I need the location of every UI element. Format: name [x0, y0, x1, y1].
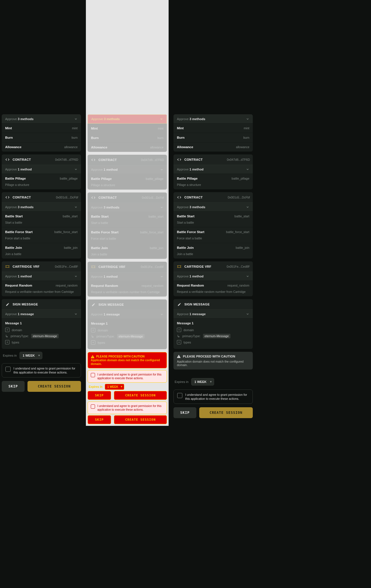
approve-toggle[interactable]: Approve 1 method [173, 272, 253, 281]
primary-type-tag: eternum-Message [117, 334, 145, 339]
approve-toggle[interactable]: Approve 1 message [173, 309, 253, 318]
pen-icon [176, 301, 182, 307]
chevron-down-icon [160, 206, 163, 209]
message-types-row[interactable]: + types [91, 340, 163, 345]
message-domain-row[interactable]: + domain [5, 328, 78, 332]
contract-card: CARTRIDGE VRF 0x051Fe...Ced8F Approve 1 … [2, 261, 81, 296]
chevron-down-icon [74, 168, 78, 171]
method-row: Battle Force Start battle_force_start Fo… [173, 227, 253, 243]
card-title: SIGN MESSAGE [13, 303, 38, 306]
contract-address: 0x001cE...DcFbf [142, 196, 164, 199]
method-selector: battle_join [236, 246, 249, 249]
contract-address: 0x051Fe...Ced8F [227, 265, 250, 268]
method-selector: battle_start [149, 215, 163, 218]
contract-icon [176, 194, 182, 200]
agree-panel[interactable]: I understand and agree to grant permissi… [2, 363, 81, 378]
warning-icon [177, 355, 181, 358]
approve-toggle[interactable]: Approve 1 message [2, 309, 81, 318]
agree-checkbox[interactable] [91, 404, 95, 409]
method-desc: Pillage a structure [177, 183, 249, 186]
create-session-button[interactable]: CREATE SESSION [114, 391, 167, 400]
card-header: CARTRIDGE VRF 0x051Fe...Ced8F [88, 262, 167, 272]
expires-select[interactable]: 1 WEEK [105, 384, 124, 390]
contract-card: CONTRACT 0x047d8...d7F6D Approve 1 metho… [2, 154, 81, 189]
agree-checkbox[interactable] [177, 393, 182, 398]
card-title: CONTRACT [98, 196, 117, 199]
method-desc: Request a verifiable random number from … [177, 290, 249, 293]
method-desc: Request a verifiable random number from … [5, 290, 78, 293]
method-row: Mint mint [88, 124, 167, 133]
warning-panel: PLEASE PROCEED WITH CAUTION Application … [173, 352, 253, 370]
approve-toggle[interactable]: Approve 1 message [88, 310, 167, 319]
card-header: SIGN MESSAGE [88, 299, 167, 310]
diff-agree-panel[interactable]: I understand and agree to grant permissi… [88, 370, 167, 383]
create-session-button[interactable]: CREATE SESSION [199, 407, 253, 418]
approve-toggle[interactable]: Approve 1 method [2, 272, 81, 281]
method-selector: battle_join [64, 246, 78, 249]
method-selector: battle_pillage [146, 177, 163, 180]
method-selector: request_random [228, 284, 249, 287]
approve-toggle[interactable]: Approve 3 methods [2, 114, 81, 123]
pen-icon [5, 301, 10, 307]
message-body: Message 1 + domain ↳ primaryType: eternu… [173, 318, 253, 349]
arrow-icon: ↳ [177, 334, 180, 338]
contract-icon [90, 195, 96, 200]
expires-select[interactable]: 1 WEEK [19, 352, 42, 359]
approve-toggle[interactable]: Approve 3 methods [88, 203, 167, 212]
method-desc: Force start a battle [177, 237, 249, 240]
expand-icon: + [91, 340, 95, 345]
skip-button[interactable]: SKIP [88, 391, 111, 400]
method-row: Battle Pillage battle_pillage Pillage a … [173, 174, 253, 189]
skip-button[interactable]: SKIP [2, 381, 25, 392]
card-header: CONTRACT 0x047d8...d7F6D [173, 154, 253, 165]
skip-button[interactable]: SKIP [173, 407, 196, 418]
chevron-down-icon [246, 205, 249, 209]
card-title: CONTRACT [13, 158, 31, 161]
method-selector: battle_force_start [140, 231, 163, 234]
method-name: Battle Force Start [177, 230, 204, 234]
method-selector: battle_start [63, 214, 78, 218]
message-types-row[interactable]: + types [5, 340, 78, 344]
approve-toggle[interactable]: Approve 3 methods [173, 114, 253, 123]
contract-card: Approve 3 methods Mint mint Burn burn Al… [88, 114, 167, 152]
card-title: CONTRACT [184, 158, 203, 161]
agree-checkbox[interactable] [5, 367, 11, 372]
approve-toggle[interactable]: Approve 1 method [88, 165, 167, 174]
method-row: Allowance allowance [2, 142, 81, 152]
approve-toggle[interactable]: Approve 3 methods [88, 114, 167, 124]
message-types-row[interactable]: + types [177, 340, 249, 344]
variant-left: Approve 3 methods Mint mint Burn burn Al… [0, 0, 83, 396]
card-header: CONTRACT 0x001cE...DcFbf [2, 192, 81, 202]
approve-toggle[interactable]: Approve 1 method [2, 165, 81, 174]
agree-panel[interactable]: I understand and agree to grant permissi… [173, 390, 253, 404]
contract-icon [5, 157, 10, 162]
method-selector: allowance [236, 145, 249, 149]
method-name: Burn [91, 136, 99, 140]
method-desc: Join a battle [5, 252, 78, 256]
message-domain-row[interactable]: + domain [91, 328, 163, 332]
method-name: Burn [5, 136, 13, 139]
message-body: Message 1 + domain ↳ primaryType: eternu… [2, 318, 81, 349]
card-header: SIGN MESSAGE [173, 299, 253, 309]
method-selector: battle_pillage [232, 177, 249, 180]
agree-checkbox[interactable] [91, 373, 95, 377]
create-session-button[interactable]: CREATE SESSION [114, 415, 167, 424]
approve-toggle[interactable]: Approve 1 method [88, 272, 167, 281]
create-session-button[interactable]: CREATE SESSION [27, 381, 81, 392]
expires-select[interactable]: 1 WEEK [191, 378, 214, 386]
approve-toggle[interactable]: Approve 3 methods [173, 202, 253, 211]
diff-agree-panel[interactable]: I understand and agree to grant permissi… [88, 402, 167, 414]
card-header: CONTRACT 0x001cE...DcFbf [88, 192, 167, 203]
chevron-down-icon [160, 117, 163, 121]
method-name: Battle Start [91, 215, 108, 218]
method-desc: Start a battle [5, 221, 78, 224]
sign-message-card: SIGN MESSAGE Approve 1 message Message 1… [88, 299, 167, 349]
approve-toggle[interactable]: Approve 1 method [173, 165, 253, 174]
contract-icon [176, 264, 182, 269]
card-header: CONTRACT 0x047d8...d7F6D [88, 155, 167, 165]
method-name: Allowance [5, 145, 21, 149]
message-domain-row[interactable]: + domain [177, 328, 249, 332]
approve-toggle[interactable]: Approve 3 methods [2, 202, 81, 211]
skip-button[interactable]: SKIP [88, 415, 111, 424]
contract-icon [90, 264, 96, 270]
